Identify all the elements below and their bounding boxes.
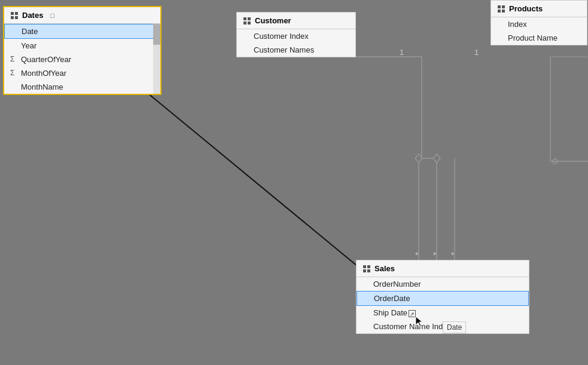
scrollbar-thumb[interactable] [153, 24, 160, 45]
svg-text:*: * [433, 250, 437, 260]
table-row[interactable]: Index [491, 17, 587, 31]
expand-icon[interactable]: ↗ [409, 310, 416, 317]
svg-rect-18 [11, 12, 14, 15]
svg-text:*: * [451, 250, 455, 260]
svg-rect-23 [248, 17, 251, 20]
dates-table: Dates □ Date Year QuarterOfYear MonthOfY… [3, 6, 162, 95]
table-row[interactable]: QuarterOfYear [4, 53, 160, 66]
svg-rect-31 [367, 265, 370, 268]
dates-table-title: Dates [22, 11, 43, 20]
table-row[interactable]: MonthOfYear [4, 66, 160, 80]
svg-rect-19 [15, 12, 18, 15]
table-row[interactable]: Product Name [491, 31, 587, 45]
svg-point-16 [553, 159, 557, 164]
svg-rect-26 [498, 5, 501, 8]
svg-text:1: 1 [400, 48, 404, 57]
table-row[interactable]: OrderDate [357, 291, 529, 306]
table-row[interactable]: Customer Name Index [357, 320, 529, 333]
table-row[interactable]: MonthName [4, 80, 160, 94]
dates-table-icon [10, 11, 19, 20]
svg-rect-32 [363, 269, 366, 272]
sales-table: Sales OrderNumber OrderDate Ship Date↗ C… [356, 260, 529, 334]
customer-table-icon [243, 17, 251, 25]
svg-rect-21 [15, 16, 18, 19]
svg-marker-10 [433, 154, 440, 162]
table-row[interactable]: OrderNumber [357, 277, 529, 291]
products-table-header: Products [491, 1, 587, 17]
svg-rect-20 [11, 16, 14, 19]
customer-table-body: Customer Index Customer Names [237, 29, 355, 57]
customer-table: Customer Customer Index Customer Names [236, 12, 356, 57]
products-table-icon [497, 5, 505, 13]
svg-rect-29 [502, 10, 505, 13]
customer-table-header: Customer [237, 13, 355, 29]
sales-table-body: OrderNumber OrderDate Ship Date↗ Custome… [357, 277, 529, 333]
dates-table-body: Date Year QuarterOfYear MonthOfYear Mont… [4, 24, 160, 94]
svg-rect-24 [243, 22, 246, 24]
products-table-body: Index Product Name [491, 17, 587, 45]
customer-table-title: Customer [255, 16, 291, 25]
svg-rect-27 [502, 5, 505, 8]
sales-table-header: Sales [357, 260, 529, 277]
table-row[interactable]: Customer Index [237, 29, 355, 43]
products-table-title: Products [509, 4, 543, 13]
dates-table-header: Dates □ [4, 7, 160, 24]
svg-text:*: * [415, 250, 419, 260]
dates-collapse-icon[interactable]: □ [50, 12, 54, 19]
scrollbar-track [153, 24, 160, 94]
svg-marker-9 [415, 154, 422, 162]
svg-rect-28 [498, 10, 501, 13]
products-table: Products Index Product Name [490, 0, 587, 45]
table-row[interactable]: Ship Date↗ [357, 306, 529, 320]
svg-rect-33 [367, 269, 370, 272]
order-date-label: OrderDate [374, 294, 410, 303]
table-row[interactable]: Date [4, 24, 160, 39]
svg-rect-22 [243, 17, 246, 20]
svg-rect-25 [248, 22, 251, 24]
svg-rect-30 [363, 265, 366, 268]
svg-text:1: 1 [474, 48, 479, 57]
table-row[interactable]: Customer Names [237, 43, 355, 57]
sales-table-title: Sales [374, 264, 395, 273]
table-row[interactable]: Year [4, 39, 160, 53]
sales-table-icon [362, 265, 371, 273]
